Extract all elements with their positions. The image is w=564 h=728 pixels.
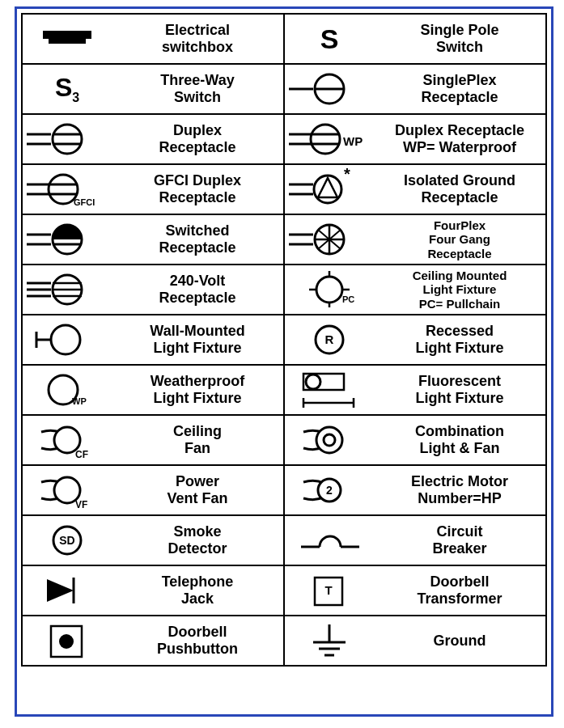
doorbell-t-icon: T xyxy=(285,566,374,615)
legend-row: S3Three-WaySwitchSinglePlexReceptacle xyxy=(22,64,546,114)
symbol-label: Isolated GroundReceptacle xyxy=(374,172,545,205)
symbol-label: DuplexReceptacle xyxy=(112,122,283,155)
wall-fixture-icon xyxy=(23,315,112,364)
legend-cell: TDoorbellTransformer xyxy=(283,565,547,616)
legend-cell: VFPowerVent Fan xyxy=(21,464,285,516)
symbol-label: Ceiling MountedLight FixturePC= Pullchai… xyxy=(374,269,545,311)
symbol-label: CeilingFan xyxy=(112,423,283,456)
symbol-label: WeatherproofLight Fixture xyxy=(112,373,283,406)
symbol-label: CombinationLight & Fan xyxy=(374,423,545,456)
legend-cell: SwitchedReceptacle xyxy=(21,214,285,265)
s3-icon: S3 xyxy=(23,65,112,113)
symbol-label: TelephoneJack xyxy=(112,574,283,607)
fluorescent-icon xyxy=(285,366,374,414)
legend-cell: SDSmokeDetector xyxy=(21,514,285,566)
symbol-label: Single PoleSwitch xyxy=(374,22,545,55)
symbol-label: Wall-MountedLight Fixture xyxy=(112,323,283,356)
ceiling-pc-icon: PC xyxy=(285,265,374,314)
ceiling-fan-icon: CF xyxy=(23,416,112,464)
symbol-label: Duplex ReceptacleWP= Waterproof xyxy=(374,122,545,155)
legend-cell: RRecessedLight Fixture xyxy=(283,314,547,366)
legend-row: Wall-MountedLight FixtureRRecessedLight … xyxy=(22,315,546,365)
chart-border: ElectricalswitchboxSSingle PoleSwitchS3T… xyxy=(15,6,553,717)
electrical-symbols-chart: ElectricalswitchboxSSingle PoleSwitchS3T… xyxy=(0,0,564,728)
symbol-label: Ground xyxy=(374,633,545,650)
symbol-label: SwitchedReceptacle xyxy=(112,222,283,256)
240v-icon xyxy=(23,265,112,314)
svg-text:R: R xyxy=(325,332,334,346)
symbol-label: PowerVent Fan xyxy=(112,473,283,506)
legend-cell: DuplexReceptacle xyxy=(21,113,285,165)
svg-point-46 xyxy=(316,277,342,303)
weatherproof-icon: WP xyxy=(23,366,112,414)
legend-cell: FourPlexFour GangReceptacle xyxy=(283,214,547,265)
breaker-icon xyxy=(285,516,374,565)
symbol-label: CircuitBreaker xyxy=(374,523,545,557)
legend-cell: Electricalswitchbox xyxy=(21,13,285,65)
symbol-label: Electric MotorNumber=HP xyxy=(374,473,545,506)
svg-text:GFCI: GFCI xyxy=(74,197,95,207)
legend-row: SwitchedReceptacleFourPlexFour GangRecep… xyxy=(22,214,546,265)
legend-cell: *Isolated GroundReceptacle xyxy=(283,163,547,215)
smoke-icon: SD xyxy=(23,516,112,565)
motor-icon: 2 xyxy=(285,466,374,514)
symbol-label: FluorescentLight Fixture xyxy=(374,373,545,406)
symbol-label: 240-VoltReceptacle xyxy=(112,273,283,306)
symbol-label: DoorbellPushbutton xyxy=(112,624,283,657)
legend-cell: Ground xyxy=(283,615,547,667)
svg-point-76 xyxy=(59,634,74,649)
duplex-wp-icon: WP xyxy=(285,115,374,163)
telephone-icon xyxy=(23,566,112,615)
legend-row: GFCIGFCI DuplexReceptacle*Isolated Groun… xyxy=(22,164,546,214)
svg-point-50 xyxy=(51,325,80,354)
s-icon: S xyxy=(285,15,374,63)
switched-icon xyxy=(23,215,112,264)
legend-cell: CircuitBreaker xyxy=(283,514,547,566)
legend-row: DuplexReceptacleWPDuplex ReceptacleWP= W… xyxy=(22,114,546,164)
svg-text:*: * xyxy=(344,165,350,183)
svg-text:T: T xyxy=(324,583,332,597)
gfci-icon: GFCI xyxy=(23,165,112,214)
fourplex-icon xyxy=(285,215,374,264)
switchbox-icon xyxy=(23,15,112,63)
legend-row: ElectricalswitchboxSSingle PoleSwitch xyxy=(22,14,546,64)
combo-icon xyxy=(285,416,374,464)
legend-cell: GFCIGFCI DuplexReceptacle xyxy=(21,163,285,215)
legend-row: WPWeatherproofLight FixtureFluorescentLi… xyxy=(22,365,546,415)
svg-rect-1 xyxy=(49,39,86,44)
symbol-label: Three-WaySwitch xyxy=(112,72,283,105)
symbol-label: DoorbellTransformer xyxy=(374,574,545,607)
legend-row: VFPowerVent Fan2Electric MotorNumber=HP xyxy=(22,465,546,515)
svg-rect-0 xyxy=(43,31,91,39)
legend-row: SDSmokeDetectorCircuitBreaker xyxy=(22,515,546,565)
iso-ground-icon: * xyxy=(285,165,374,214)
symbol-label: Electricalswitchbox xyxy=(112,22,283,55)
svg-text:CF: CF xyxy=(75,449,88,460)
legend-cell: WPWeatherproofLight Fixture xyxy=(21,364,285,416)
legend-row: 240-VoltReceptaclePCCeiling MountedLight… xyxy=(22,265,546,315)
singleplex-icon xyxy=(285,65,374,113)
legend-cell: 240-VoltReceptacle xyxy=(21,264,285,315)
legend-cell: SinglePlexReceptacle xyxy=(283,63,547,115)
svg-text:PC: PC xyxy=(342,294,354,304)
svg-text:WP: WP xyxy=(343,134,363,148)
legend-cell: 2Electric MotorNumber=HP xyxy=(283,464,547,516)
legend-row: TelephoneJackTDoorbellTransformer xyxy=(22,565,546,616)
legend-cell: WPDuplex ReceptacleWP= Waterproof xyxy=(283,113,547,165)
svg-point-56 xyxy=(306,375,320,389)
symbol-grid: ElectricalswitchboxSSingle PoleSwitchS3T… xyxy=(22,14,546,711)
symbol-label: FourPlexFour GangReceptacle xyxy=(374,218,545,260)
legend-cell: Wall-MountedLight Fixture xyxy=(21,314,285,366)
legend-cell: CFCeilingFan xyxy=(21,414,285,466)
legend-cell: CombinationLight & Fan xyxy=(283,414,547,466)
recessed-icon: R xyxy=(285,315,374,364)
legend-row: CFCeilingFanCombinationLight & Fan xyxy=(22,415,546,465)
legend-cell: PCCeiling MountedLight FixturePC= Pullch… xyxy=(283,264,547,315)
duplex-icon xyxy=(23,115,112,163)
legend-row: DoorbellPushbuttonGround xyxy=(22,616,546,666)
svg-text:SD: SD xyxy=(59,534,74,547)
legend-cell: DoorbellPushbutton xyxy=(21,615,285,667)
svg-point-12 xyxy=(311,125,340,154)
svg-text:2: 2 xyxy=(326,484,333,497)
svg-point-7 xyxy=(53,125,82,154)
